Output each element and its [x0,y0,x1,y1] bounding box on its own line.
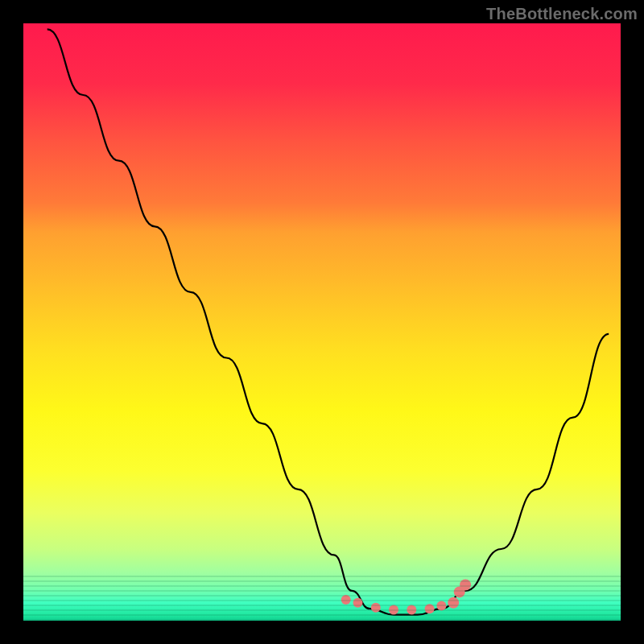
optimal-marker [341,595,351,605]
optimal-marker [389,605,398,615]
plot-area [23,23,621,621]
watermark-text: TheBottleneck.com [486,5,638,23]
optimal-marker [454,586,465,597]
optimal-marker [371,603,381,613]
optimal-marker [436,601,446,611]
optimal-marker [460,580,471,591]
chart-svg [23,23,621,621]
optimal-marker [448,597,459,609]
optimal-range-markers [341,580,471,615]
optimal-marker [353,598,363,608]
optimal-marker [407,605,416,615]
optimal-marker [425,604,435,613]
bottleneck-curve [47,29,609,614]
chart-container: TheBottleneck.com [0,0,644,644]
